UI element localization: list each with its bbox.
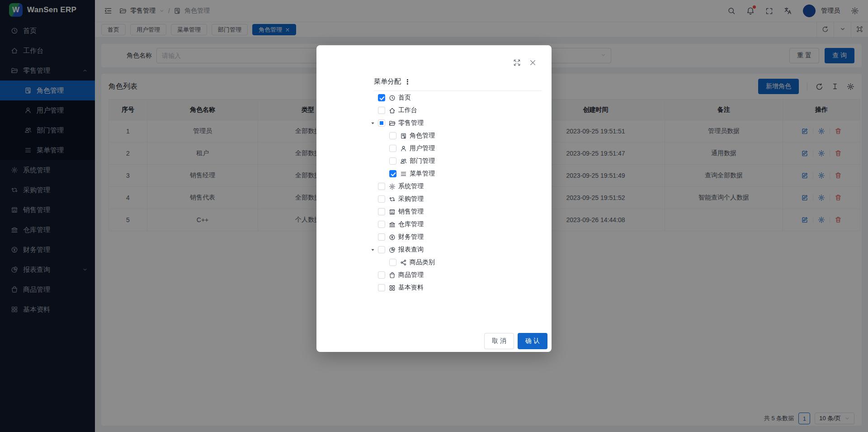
tree-node-icon xyxy=(389,183,396,190)
tree-node-icon xyxy=(389,272,396,279)
role-icon xyxy=(400,133,407,139)
menu-tree: 首页工作台零售管理角色管理用户管理部门管理菜单管理系统管理采购管理销售管理仓库管… xyxy=(369,91,544,294)
tree-node-icon xyxy=(400,145,407,152)
tree-node-icon xyxy=(389,247,396,253)
expand-icon xyxy=(513,59,521,66)
tree-checkbox[interactable] xyxy=(389,259,396,266)
tree-node-grid[interactable]: 基本资料 xyxy=(369,281,544,294)
tree-node-label: 报表查询 xyxy=(398,246,424,254)
modal-title-mark: ⋮ xyxy=(404,78,411,85)
bank-icon xyxy=(389,221,396,228)
tree-node-icon xyxy=(389,234,396,241)
folder-open-icon xyxy=(389,120,396,127)
tree-node-icon xyxy=(389,95,396,101)
tree-node-menu[interactable]: 菜单管理 xyxy=(369,167,544,180)
tree-node-label: 角色管理 xyxy=(410,132,435,140)
tree-checkbox[interactable] xyxy=(378,94,385,101)
tree-node-label: 商品类别 xyxy=(410,258,435,266)
confirm-button[interactable]: 确 认 xyxy=(518,333,547,349)
tree-node-folder-open[interactable]: 零售管理 xyxy=(369,117,544,129)
modal-title: 菜单分配 ⋮ xyxy=(374,77,542,86)
tree-node-shop[interactable]: 销售管理 xyxy=(369,205,544,218)
tree-node-gear[interactable]: 系统管理 xyxy=(369,180,544,193)
tree-node-icon xyxy=(389,107,396,114)
home-icon xyxy=(389,107,396,114)
menu-icon xyxy=(400,171,407,177)
tree-checkbox[interactable] xyxy=(378,271,385,279)
tree-node-icon xyxy=(389,209,396,215)
dashboard-icon xyxy=(389,95,396,101)
close-icon xyxy=(529,59,537,66)
tree-node-bag[interactable]: 商品管理 xyxy=(369,269,544,281)
tree-checkbox[interactable] xyxy=(378,221,385,228)
tree-node-dashboard[interactable]: 首页 xyxy=(369,91,544,104)
tree-node-icon xyxy=(389,285,396,291)
tree-caret-icon[interactable] xyxy=(369,121,376,126)
tree-node-user[interactable]: 用户管理 xyxy=(369,142,544,155)
tree-node-icon xyxy=(389,221,396,228)
tree-checkbox[interactable] xyxy=(378,208,385,215)
tree-node-label: 仓库管理 xyxy=(398,220,424,228)
tree-caret-icon[interactable] xyxy=(369,247,376,252)
menu-assign-form: 菜单分配 ⋮ xyxy=(374,77,542,91)
tree-checkbox[interactable] xyxy=(378,107,385,114)
tree-node-finance[interactable]: 财务管理 xyxy=(369,231,544,243)
modal-controls xyxy=(513,59,537,66)
tree-node-label: 系统管理 xyxy=(398,182,424,190)
sync-icon xyxy=(389,196,396,203)
tree-node-label: 菜单管理 xyxy=(410,170,435,178)
tree-node-label: 财务管理 xyxy=(398,233,424,241)
share-icon xyxy=(400,259,407,266)
menu-assign-modal: 菜单分配 ⋮ 首页工作台零售管理角色管理用户管理部门管理菜单管理系统管理采购管理… xyxy=(316,45,552,352)
tree-checkbox[interactable] xyxy=(389,170,396,177)
tree-node-label: 商品管理 xyxy=(398,271,424,279)
tree-checkbox[interactable] xyxy=(378,119,385,127)
finance-icon xyxy=(389,234,396,241)
cancel-button[interactable]: 取 消 xyxy=(484,333,514,349)
tree-node-label: 销售管理 xyxy=(398,208,424,216)
tree-node-label: 工作台 xyxy=(398,106,417,114)
pie-icon xyxy=(389,247,396,253)
tree-node-label: 首页 xyxy=(398,94,411,102)
tree-node-icon xyxy=(400,158,407,165)
modal-close-icon[interactable] xyxy=(529,59,537,66)
caret-down-icon xyxy=(370,247,375,252)
tree-checkbox[interactable] xyxy=(378,246,385,253)
team-icon xyxy=(400,158,407,165)
tree-node-icon xyxy=(400,171,407,177)
tree-checkbox[interactable] xyxy=(389,157,396,165)
tree-node-home[interactable]: 工作台 xyxy=(369,104,544,117)
shop-icon xyxy=(389,209,396,215)
modal-title-text: 菜单分配 xyxy=(374,77,401,86)
tree-node-role[interactable]: 角色管理 xyxy=(369,129,544,142)
tree-checkbox[interactable] xyxy=(378,195,385,203)
tree-node-icon xyxy=(400,133,407,139)
tree-node-label: 基本资料 xyxy=(398,284,424,292)
tree-checkbox[interactable] xyxy=(378,233,385,241)
tree-node-label: 采购管理 xyxy=(398,195,424,203)
modal-fullscreen-icon[interactable] xyxy=(513,59,521,66)
tree-node-icon xyxy=(400,259,407,266)
tree-node-pie[interactable]: 报表查询 xyxy=(369,243,544,256)
tree-node-icon xyxy=(389,196,396,203)
modal-footer: 取 消 确 认 xyxy=(484,333,547,349)
tree-checkbox[interactable] xyxy=(378,183,385,190)
tree-node-label: 用户管理 xyxy=(410,144,435,152)
tree-node-sync[interactable]: 采购管理 xyxy=(369,193,544,205)
user-icon xyxy=(400,145,407,152)
modal-divider xyxy=(374,90,542,91)
bag-icon xyxy=(389,272,396,279)
tree-node-icon xyxy=(389,120,396,127)
tree-checkbox[interactable] xyxy=(378,284,385,291)
tree-node-bank[interactable]: 仓库管理 xyxy=(369,218,544,231)
gear-icon xyxy=(389,183,396,190)
tree-node-share[interactable]: 商品类别 xyxy=(369,256,544,269)
tree-checkbox[interactable] xyxy=(389,145,396,152)
grid-icon xyxy=(389,285,396,291)
tree-checkbox[interactable] xyxy=(389,132,396,139)
tree-node-team[interactable]: 部门管理 xyxy=(369,155,544,167)
tree-node-label: 部门管理 xyxy=(410,157,435,165)
caret-down-icon xyxy=(370,121,375,126)
tree-node-label: 零售管理 xyxy=(398,119,424,127)
